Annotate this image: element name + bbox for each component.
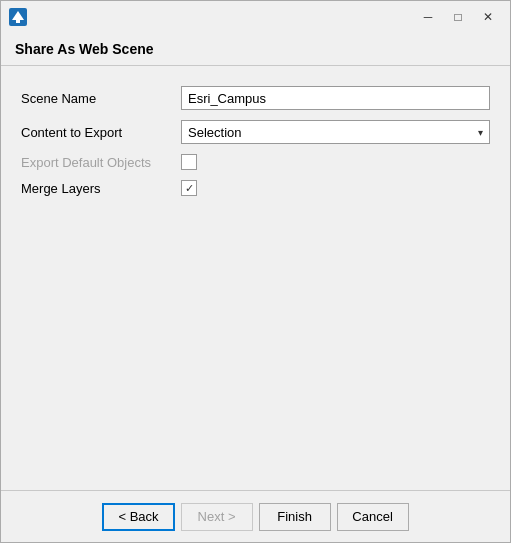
title-bar: ─ □ ✕	[1, 1, 510, 33]
title-bar-left	[9, 8, 27, 26]
minimize-button[interactable]: ─	[414, 6, 442, 28]
cancel-button[interactable]: Cancel	[337, 503, 409, 531]
export-default-row: Export Default Objects	[21, 154, 490, 170]
maximize-button[interactable]: □	[444, 6, 472, 28]
svg-rect-2	[16, 20, 20, 23]
app-icon	[9, 8, 27, 26]
finish-button[interactable]: Finish	[259, 503, 331, 531]
chevron-down-icon: ▾	[478, 127, 483, 138]
content-export-value: Selection	[188, 125, 241, 140]
content-export-select[interactable]: Selection ▾	[181, 120, 490, 144]
export-default-checkbox[interactable]	[181, 154, 197, 170]
merge-layers-row: Merge Layers ✓	[21, 180, 490, 196]
dialog-header: Share As Web Scene	[1, 33, 510, 65]
merge-layers-checkbox[interactable]: ✓	[181, 180, 197, 196]
next-button[interactable]: Next >	[181, 503, 253, 531]
back-button[interactable]: < Back	[102, 503, 174, 531]
checkmark-icon: ✓	[185, 182, 194, 195]
content-export-row: Content to Export Selection ▾	[21, 120, 490, 144]
scene-name-input[interactable]	[181, 86, 490, 110]
title-bar-controls: ─ □ ✕	[414, 6, 502, 28]
scene-name-row: Scene Name	[21, 86, 490, 110]
dialog-content: Scene Name Content to Export Selection ▾…	[1, 66, 510, 490]
dialog-window: ─ □ ✕ Share As Web Scene Scene Name Cont…	[0, 0, 511, 543]
export-default-label: Export Default Objects	[21, 155, 181, 170]
dialog-footer: < Back Next > Finish Cancel	[1, 490, 510, 542]
content-export-label: Content to Export	[21, 125, 181, 140]
scene-name-label: Scene Name	[21, 91, 181, 106]
merge-layers-label: Merge Layers	[21, 181, 181, 196]
close-button[interactable]: ✕	[474, 6, 502, 28]
dialog-title: Share As Web Scene	[15, 41, 496, 57]
